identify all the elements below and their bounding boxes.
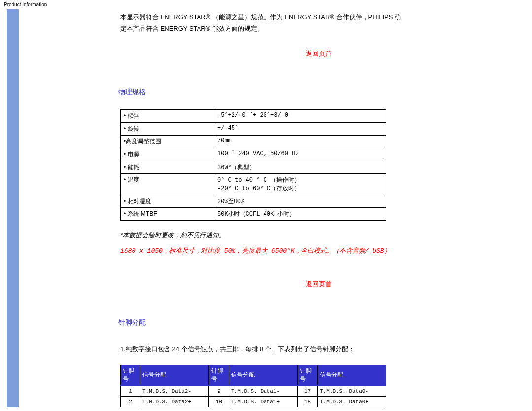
pin-signal: T.M.D.S. Data0+ <box>318 396 386 407</box>
pin-header-signal: 信号分配 <box>318 365 386 385</box>
table-row: • 系统 MTBF50K小时（CCFL 40K 小时） <box>121 207 386 220</box>
pin-signal: T.M.D.S. Data1- <box>229 385 298 396</box>
table-row: • 温度0° C to 40 ° C （操作时） -20° C to 60° C… <box>121 173 386 195</box>
pin-table-1: 针脚号 信号分配 1T.M.D.S. Data2- 2T.M.D.S. Data… <box>120 365 209 407</box>
spec-value: 20%至80% <box>214 195 386 207</box>
spec-value: 50K小时（CCFL 40K 小时） <box>214 207 386 220</box>
pin-num: 2 <box>121 396 140 407</box>
table-row: • 能耗36W*（典型） <box>121 161 386 173</box>
pin-num: 18 <box>298 396 318 407</box>
pin-signal: T.M.D.S. Data1+ <box>229 396 298 407</box>
data-change-note: *本数据会随时更改，恕不另行通知。 <box>120 231 517 240</box>
pin-num: 1 <box>121 385 140 396</box>
spec-label: • 温度 <box>121 173 214 195</box>
pin-num: 9 <box>209 385 229 396</box>
pin-signal: T.M.D.S. Data2+ <box>140 396 209 407</box>
spec-label: • 倾斜 <box>121 109 214 122</box>
pin-header-num: 针脚号 <box>121 365 140 385</box>
table-row: 2T.M.D.S. Data2+ <box>121 396 209 407</box>
pin-heading: 针脚分配 <box>118 318 515 327</box>
spec-value: 0° C to 40 ° C （操作时） -20° C to 60° C（存放时… <box>214 173 386 195</box>
intro-line1: 本显示器符合 ENERGY STAR® （能源之星）规范。作为 ENERGY S… <box>120 13 401 21</box>
pin-signal: T.M.D.S. Data0- <box>318 385 386 396</box>
pin-table-2: 针脚号 信号分配 9T.M.D.S. Data1- 10T.M.D.S. Dat… <box>209 365 298 407</box>
content-area: 本显示器符合 ENERGY STAR® （能源之星）规范。作为 ENERGY S… <box>22 9 532 407</box>
spec-value: 100 ˜ 240 VAC, 50/60 Hz <box>214 148 386 161</box>
intro-line2: 定本产品符合 ENERGY STAR® 能效方面的规定。 <box>120 25 264 32</box>
nav-bar <box>7 9 19 407</box>
left-nav <box>0 9 22 407</box>
table-row: • 倾斜-5°+2/-0 ˜+ 20°+3/-0 <box>121 109 386 122</box>
table-row: • 相对湿度20%至80% <box>121 195 386 207</box>
table-row: 18T.M.D.S. Data0+ <box>298 396 386 407</box>
pin-intro-text: 1.纯数字接口包含 24 个信号触点，共三排，每排 8 个。下表列出了信号针脚分… <box>120 345 517 354</box>
pin-tables: 针脚号 信号分配 1T.M.D.S. Data2- 2T.M.D.S. Data… <box>120 365 386 407</box>
spec-label: • 旋转 <box>121 122 214 135</box>
pin-header-num: 针脚号 <box>209 365 229 385</box>
pin-table-3: 针脚号 信号分配 17T.M.D.S. Data0- 18T.M.D.S. Da… <box>298 365 386 407</box>
spec-value: -5°+2/-0 ˜+ 20°+3/-0 <box>214 109 386 122</box>
pin-header-signal: 信号分配 <box>229 365 298 385</box>
spec-label: • 系统 MTBF <box>121 207 214 220</box>
spec-label: • 电源 <box>121 148 214 161</box>
page-header: Product Information <box>0 0 532 9</box>
physical-spec-table: • 倾斜-5°+2/-0 ˜+ 20°+3/-0 • 旋转+/-45° •高度调… <box>120 109 386 221</box>
return-top-link[interactable]: 返回页首 <box>186 280 452 289</box>
physical-spec-heading: 物理规格 <box>118 88 515 97</box>
table-row: 17T.M.D.S. Data0- <box>298 385 386 396</box>
pin-num: 10 <box>209 396 229 407</box>
test-condition: 1680 x 1050，标准尺寸，对比度 50%，亮度最大 6500°K，全白模… <box>120 246 517 255</box>
table-row: • 电源100 ˜ 240 VAC, 50/60 Hz <box>121 148 386 161</box>
spec-label: • 相对湿度 <box>121 195 214 207</box>
return-top-link[interactable]: 返回页首 <box>186 49 452 58</box>
table-row: •高度调整范围70mm <box>121 135 386 148</box>
main-container: 本显示器符合 ENERGY STAR® （能源之星）规范。作为 ENERGY S… <box>0 9 532 407</box>
spec-label: •高度调整范围 <box>121 135 214 148</box>
table-row: • 旋转+/-45° <box>121 122 386 135</box>
pin-num: 17 <box>298 385 318 396</box>
spec-label: • 能耗 <box>121 161 214 173</box>
table-row: 9T.M.D.S. Data1- <box>209 385 298 396</box>
pin-signal: T.M.D.S. Data2- <box>140 385 209 396</box>
pin-header-signal: 信号分配 <box>140 365 209 385</box>
table-row: 1T.M.D.S. Data2- <box>121 385 209 396</box>
spec-value: 70mm <box>214 135 386 148</box>
table-row: 10T.M.D.S. Data1+ <box>209 396 298 407</box>
footer-path: file:///F|/manual spec/813/philips TV&lc… <box>0 407 532 411</box>
intro-paragraph: 本显示器符合 ENERGY STAR® （能源之星）规范。作为 ENERGY S… <box>120 11 517 34</box>
pin-header-num: 针脚号 <box>298 365 318 385</box>
spec-value: 36W*（典型） <box>214 161 386 173</box>
spec-value: +/-45° <box>214 122 386 135</box>
